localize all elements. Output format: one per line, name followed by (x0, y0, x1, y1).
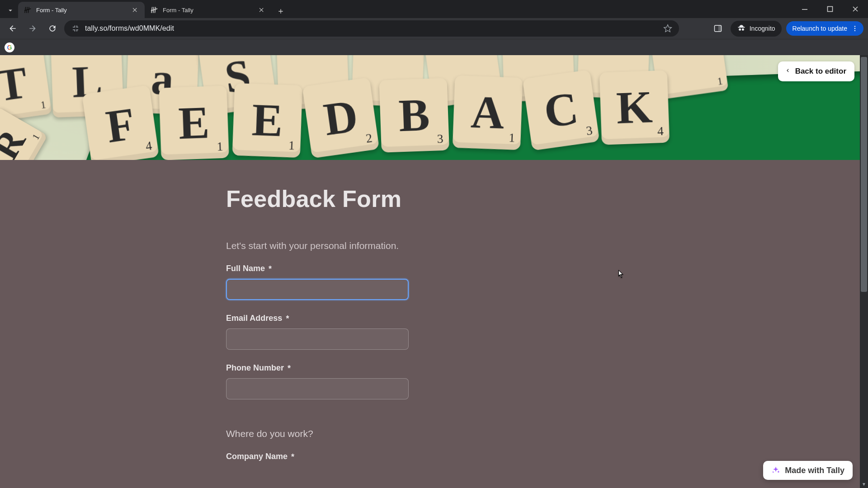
tab-title: Form - Tally (36, 7, 127, 14)
scrabble-tile: E1 (232, 83, 302, 158)
browser-chrome: Form - Tally Form - Tally (0, 0, 868, 55)
scrabble-tile: A1 (453, 75, 523, 150)
tab-strip: Form - Tally Form - Tally (0, 0, 868, 18)
url-text: tally.so/forms/wd0MMK/edit (85, 24, 174, 33)
required-asterisk: * (286, 314, 289, 323)
omnibox[interactable]: tally.so/forms/wd0MMK/edit (64, 20, 679, 37)
scrabble-tile: D2 (302, 77, 379, 158)
field-email: Email Address * (226, 314, 619, 350)
window-controls (792, 0, 868, 18)
svg-rect-6 (155, 7, 156, 13)
kebab-menu-icon[interactable] (851, 24, 859, 33)
required-asterisk: * (288, 364, 291, 372)
scrabble-tile: K4 (599, 70, 670, 145)
cover-image: T1L1a8S3111111 F4E1E1D2B3A1C3K4 R1 (0, 55, 868, 160)
scrabble-tile: E1 (159, 86, 229, 160)
bookmarks-bar: G (0, 39, 868, 55)
email-label: Email Address (226, 314, 282, 323)
full-name-input[interactable] (226, 279, 409, 300)
scrabble-tile: C3 (523, 70, 600, 150)
scrabble-tile: B3 (379, 78, 449, 153)
nav-back-icon[interactable] (5, 20, 21, 37)
tab-title: Form - Tally (163, 7, 253, 14)
made-with-tally-label: Made with Tally (785, 466, 844, 475)
svg-rect-8 (802, 9, 807, 10)
bookmark-google-icon[interactable]: G (5, 42, 14, 52)
made-with-tally-chip[interactable]: Made with Tally (763, 461, 853, 480)
bookmark-star-icon[interactable] (663, 23, 673, 33)
form-title: Feedback Form (226, 185, 619, 212)
vertical-scrollbar[interactable]: ▼ (860, 55, 868, 488)
full-name-label: Full Name (226, 264, 265, 273)
site-settings-icon[interactable] (71, 23, 80, 33)
required-asterisk: * (291, 453, 294, 461)
tally-favicon-icon (150, 6, 158, 14)
incognito-chip[interactable]: Incognito (731, 21, 782, 37)
chevron-left-icon (784, 67, 791, 76)
nav-forward-icon[interactable] (24, 20, 41, 37)
tablist-dropdown-icon[interactable] (3, 3, 18, 18)
form-area: Feedback Form Let's start with your pers… (0, 160, 860, 488)
company-label: Company Name (226, 452, 288, 461)
tab-close-icon[interactable] (131, 6, 139, 14)
scrabble-tile: F4 (82, 85, 159, 160)
scrollbar-thumb[interactable] (861, 57, 867, 292)
tab-close-icon[interactable] (258, 6, 266, 14)
svg-point-13 (854, 28, 855, 29)
email-input[interactable] (226, 328, 409, 350)
incognito-label: Incognito (750, 25, 775, 32)
sparkle-icon (771, 466, 780, 475)
svg-rect-9 (828, 7, 833, 12)
tally-favicon-icon (24, 6, 32, 14)
field-full-name: Full Name * (226, 264, 619, 300)
scroll-down-icon[interactable]: ▼ (860, 480, 868, 488)
back-to-editor-button[interactable]: Back to editor (778, 61, 854, 81)
side-panel-icon[interactable] (710, 20, 726, 37)
tab-inactive[interactable]: Form - Tally (145, 2, 271, 18)
nav-reload-icon[interactable] (44, 20, 61, 37)
window-close-icon[interactable] (843, 0, 868, 18)
svg-point-14 (854, 30, 855, 31)
relaunch-chip[interactable]: Relaunch to update (786, 21, 863, 36)
svg-rect-11 (718, 25, 722, 31)
tab-active[interactable]: Form - Tally (18, 2, 145, 18)
window-maximize-icon[interactable] (817, 0, 843, 18)
window-minimize-icon[interactable] (792, 0, 817, 18)
phone-label: Phone Number (226, 363, 284, 373)
new-tab-button[interactable] (274, 5, 288, 18)
incognito-icon (737, 23, 746, 34)
relaunch-label: Relaunch to update (793, 25, 847, 32)
phone-input[interactable] (226, 378, 409, 399)
svg-rect-2 (28, 7, 30, 13)
required-asterisk: * (269, 265, 272, 273)
section-work-question: Where do you work? (226, 428, 619, 439)
page-viewport: T1L1a8S3111111 F4E1E1D2B3A1C3K4 R1 Back … (0, 55, 868, 488)
svg-point-12 (854, 26, 855, 27)
intro-text: Let's start with your personal informati… (226, 240, 619, 251)
toolbar: tally.so/forms/wd0MMK/edit Incognito Rel… (0, 18, 868, 39)
field-phone: Phone Number * (226, 363, 619, 399)
field-company: Company Name * (226, 452, 619, 461)
back-to-editor-label: Back to editor (795, 67, 846, 76)
